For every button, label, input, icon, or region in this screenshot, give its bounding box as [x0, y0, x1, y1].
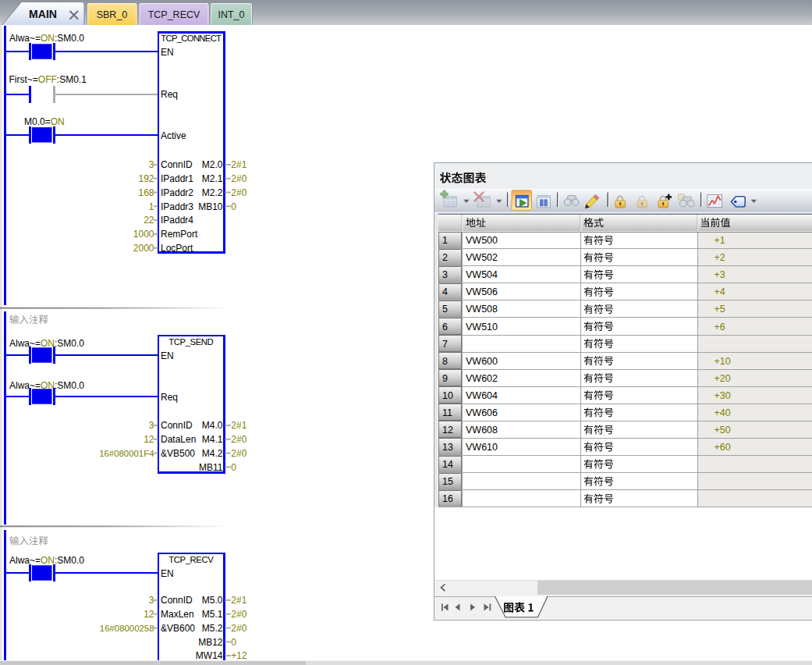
svg-text:VW610: VW610: [466, 442, 498, 453]
svg-text:Req: Req: [161, 392, 178, 403]
svg-text:13: 13: [442, 442, 453, 453]
svg-text:2: 2: [442, 252, 448, 263]
svg-text:MaxLen: MaxLen: [161, 609, 194, 620]
svg-text:TCP_CONNECT: TCP_CONNECT: [161, 34, 222, 43]
svg-text:VW506: VW506: [466, 286, 498, 297]
svg-text:EN: EN: [161, 47, 174, 58]
svg-text:3: 3: [149, 420, 154, 431]
svg-text:VW608: VW608: [466, 425, 498, 436]
svg-text:IPaddr3: IPaddr3: [161, 201, 193, 212]
svg-text:ConnID: ConnID: [161, 420, 193, 431]
svg-text:SBR_0: SBR_0: [97, 9, 128, 20]
svg-text:22: 22: [144, 215, 154, 226]
svg-text:+20: +20: [714, 373, 731, 384]
svg-text:3: 3: [149, 595, 154, 606]
svg-text:INT_0: INT_0: [218, 9, 244, 20]
svg-text:VW510: VW510: [466, 322, 498, 332]
svg-text:2#0: 2#0: [231, 434, 246, 445]
svg-text:M2.1: M2.1: [202, 173, 223, 184]
svg-text:+50: +50: [714, 425, 731, 436]
svg-text:EN: EN: [161, 350, 174, 361]
svg-text:Alwa~=ON:SM0.0: Alwa~=ON:SM0.0: [9, 555, 84, 566]
svg-text:+1: +1: [714, 235, 725, 246]
svg-text:M4.0: M4.0: [202, 420, 223, 431]
svg-text:+2: +2: [714, 252, 725, 263]
svg-text:VW502: VW502: [466, 252, 498, 263]
svg-text:12: 12: [144, 609, 154, 620]
svg-text:12: 12: [442, 425, 453, 436]
svg-text:+40: +40: [714, 407, 731, 418]
svg-text:2#1: 2#1: [231, 159, 246, 170]
svg-text:7: 7: [442, 339, 448, 350]
svg-text:M4.2: M4.2: [202, 448, 223, 459]
svg-text:2000: 2000: [133, 243, 154, 254]
svg-text:16#080001F4: 16#080001F4: [99, 449, 154, 458]
svg-text:10: 10: [442, 390, 453, 401]
svg-text:+12: +12: [231, 650, 247, 661]
svg-text:VW600: VW600: [466, 356, 498, 367]
svg-text:VW504: VW504: [466, 269, 498, 280]
svg-text:+30: +30: [714, 390, 731, 401]
svg-text:MB12: MB12: [198, 637, 223, 648]
svg-text:3: 3: [149, 159, 154, 170]
svg-text:RemPort: RemPort: [161, 229, 198, 240]
svg-text:16: 16: [442, 493, 453, 504]
svg-text:2#0: 2#0: [231, 187, 246, 198]
svg-text:3: 3: [442, 269, 448, 280]
svg-text:192: 192: [138, 173, 154, 184]
svg-text:VW606: VW606: [466, 407, 498, 418]
svg-text:Alwa~=ON:SM0.0: Alwa~=ON:SM0.0: [9, 338, 84, 349]
svg-text:4: 4: [442, 286, 448, 297]
svg-text:LocPort: LocPort: [161, 243, 193, 254]
svg-text:14: 14: [442, 459, 453, 470]
svg-text:TCP_SEND: TCP_SEND: [168, 337, 213, 347]
svg-text:2#1: 2#1: [231, 595, 246, 606]
svg-text:MB11: MB11: [199, 462, 223, 473]
svg-text:1000: 1000: [133, 229, 154, 240]
svg-text:9: 9: [442, 373, 448, 384]
svg-text:5: 5: [442, 304, 448, 315]
svg-text:6: 6: [442, 322, 448, 332]
svg-text:0: 0: [231, 201, 236, 212]
svg-text:ConnID: ConnID: [161, 159, 193, 170]
svg-text:DataLen: DataLen: [161, 434, 196, 445]
svg-text:VW602: VW602: [466, 373, 498, 384]
svg-text:EN: EN: [161, 568, 174, 579]
svg-text:Req: Req: [161, 89, 178, 100]
svg-text:1: 1: [149, 201, 154, 212]
svg-text:TCP_RECV: TCP_RECV: [148, 9, 200, 20]
svg-text:&VB500: &VB500: [161, 448, 195, 459]
svg-text:IPaddr1: IPaddr1: [161, 173, 193, 184]
svg-text:12: 12: [144, 434, 154, 445]
svg-text:+60: +60: [714, 442, 731, 453]
svg-text:2#0: 2#0: [231, 623, 246, 634]
svg-text:M5.0: M5.0: [202, 595, 223, 606]
svg-text:IPaddr2: IPaddr2: [161, 187, 193, 198]
svg-text:&VB600: &VB600: [161, 623, 195, 634]
svg-text:+10: +10: [714, 356, 731, 367]
svg-text:168: 168: [138, 187, 154, 198]
svg-text:0: 0: [231, 637, 236, 648]
svg-text:16#08000258: 16#08000258: [100, 624, 154, 633]
svg-text:IPaddr4: IPaddr4: [161, 215, 193, 226]
svg-text:1: 1: [442, 235, 448, 246]
svg-text:M2.0: M2.0: [202, 159, 223, 170]
svg-text:Alwa~=ON:SM0.0: Alwa~=ON:SM0.0: [9, 33, 84, 44]
svg-text:MB10: MB10: [198, 201, 223, 212]
svg-text:M5.2: M5.2: [202, 623, 223, 634]
svg-text:VW604: VW604: [466, 390, 498, 401]
svg-text:15: 15: [442, 476, 453, 487]
svg-text:+3: +3: [714, 269, 725, 280]
svg-text:0: 0: [231, 462, 236, 473]
svg-text:2#0: 2#0: [231, 448, 246, 459]
svg-text:2#1: 2#1: [231, 420, 246, 431]
svg-text:ConnID: ConnID: [161, 595, 193, 606]
svg-text:M0.0=ON: M0.0=ON: [24, 116, 65, 127]
svg-text:2#0: 2#0: [231, 173, 246, 184]
svg-text:Active: Active: [161, 130, 186, 141]
svg-text:+4: +4: [714, 286, 725, 297]
svg-text:M4.1: M4.1: [202, 434, 223, 445]
svg-text:VW500: VW500: [466, 235, 498, 246]
svg-text:2#0: 2#0: [231, 609, 246, 620]
svg-text:M2.2: M2.2: [202, 187, 223, 198]
